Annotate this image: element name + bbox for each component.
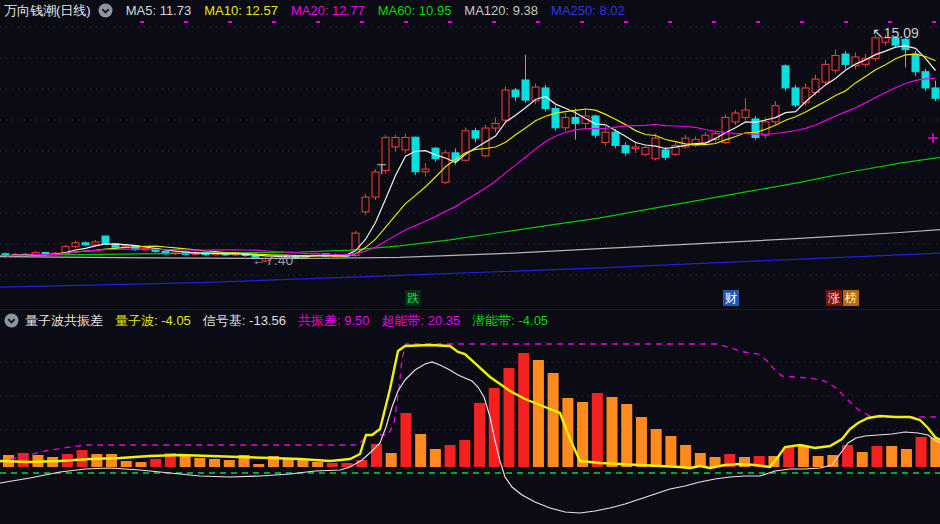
super-band-value: 超能带: 20.35 bbox=[381, 312, 460, 330]
badge-decline[interactable]: 跌 bbox=[405, 290, 421, 306]
chevron-down-icon[interactable] bbox=[98, 3, 113, 18]
trade-t-marker: T bbox=[377, 160, 386, 177]
indicator-lines-layer bbox=[0, 344, 940, 513]
ma10-label: MA10: 12.57 bbox=[204, 2, 278, 20]
ma-short-layer bbox=[6, 46, 936, 257]
signal-base-value: 信号基: -13.56 bbox=[203, 312, 286, 330]
stock-trading-app: 万向钱潮(日线) MA5: 11.73 MA10: 12.57 MA20: 12… bbox=[0, 0, 940, 524]
arrow-up-left-icon: ↖ bbox=[872, 25, 884, 41]
main-chart-header: 万向钱潮(日线) MA5: 11.73 MA10: 12.57 MA20: 12… bbox=[0, 1, 940, 20]
price-high-callout: ↖15.09 bbox=[872, 25, 919, 41]
potential-band-value: 潜能带: -4.05 bbox=[472, 312, 548, 330]
ma5-label: MA5: 11.73 bbox=[126, 2, 192, 20]
ma-long-layer bbox=[0, 157, 940, 287]
ma60-label: MA60: 10.95 bbox=[378, 2, 452, 20]
panel-divider bbox=[0, 309, 940, 310]
resonance-diff-value: 共振差: 9.50 bbox=[298, 312, 370, 330]
ma120-label: MA120: 9.38 bbox=[464, 2, 538, 20]
candles-layer bbox=[2, 35, 939, 262]
badge-finance[interactable]: 财 bbox=[723, 290, 739, 306]
histogram-layer bbox=[3, 353, 940, 467]
badge-rise[interactable]: 涨 bbox=[826, 290, 842, 306]
ma10-line bbox=[6, 54, 936, 256]
chevron-down-icon[interactable] bbox=[4, 313, 19, 328]
indicator-line-1 bbox=[0, 362, 940, 513]
ma60-line bbox=[0, 157, 940, 255]
ma20-label: MA20: 12.77 bbox=[291, 2, 365, 20]
ma250-label: MA250: 8.02 bbox=[551, 2, 625, 20]
indicator-header: 量子波共振差 量子波: -4.05 信号基: -13.56 共振差: 9.50 … bbox=[0, 311, 940, 330]
price-low-callout: ←7.40 bbox=[252, 252, 293, 268]
indicator-title: 量子波共振差 bbox=[25, 312, 103, 330]
badge-rank[interactable]: 榜 bbox=[843, 290, 859, 306]
chart-canvas[interactable] bbox=[0, 0, 940, 524]
quantum-wave-value: 量子波: -4.05 bbox=[115, 312, 191, 330]
marker-layer bbox=[928, 133, 938, 143]
symbol-title: 万向钱潮(日线) bbox=[4, 2, 91, 20]
